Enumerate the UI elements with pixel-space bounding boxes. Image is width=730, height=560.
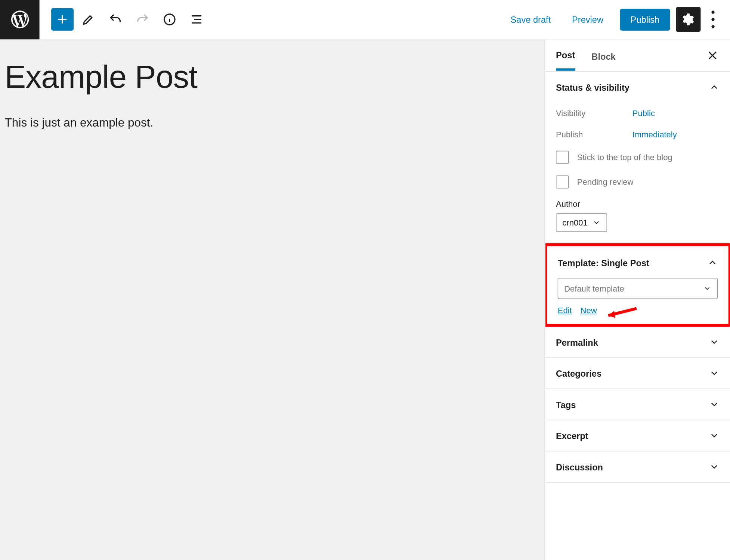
editor-toolbar: Save draft Preview Publish	[0, 0, 730, 40]
stick-label: Stick to the top of the blog	[577, 152, 672, 162]
panel-status-title: Status & visibility	[556, 82, 630, 92]
wordpress-logo[interactable]	[0, 0, 40, 39]
chevron-up-icon	[707, 257, 718, 268]
panel-status-header[interactable]: Status & visibility	[545, 72, 730, 102]
pending-review-label: Pending review	[577, 177, 633, 186]
panel-tags-header[interactable]: Tags	[545, 389, 730, 420]
template-new-link[interactable]: New	[580, 305, 597, 315]
redo-button[interactable]	[130, 7, 155, 32]
svg-point-1	[711, 11, 714, 14]
panel-excerpt-title: Excerpt	[556, 430, 588, 441]
chevron-down-icon	[592, 218, 600, 227]
publish-label: Publish	[556, 130, 632, 139]
panel-status-visibility: Status & visibility Visibility Public Pu…	[545, 72, 730, 243]
panel-permalink: Permalink	[545, 327, 730, 358]
panel-excerpt: Excerpt	[545, 420, 730, 451]
template-edit-link[interactable]: Edit	[557, 305, 572, 315]
tab-post[interactable]: Post	[556, 40, 575, 71]
panel-categories-header[interactable]: Categories	[545, 358, 730, 388]
visibility-label: Visibility	[556, 108, 632, 118]
stick-checkbox[interactable]	[556, 150, 569, 164]
outline-button[interactable]	[184, 7, 209, 32]
panel-excerpt-header[interactable]: Excerpt	[545, 420, 730, 451]
preview-button[interactable]: Preview	[562, 9, 614, 30]
chevron-up-icon	[709, 82, 720, 92]
chevron-down-icon	[709, 430, 720, 441]
save-draft-button[interactable]: Save draft	[500, 9, 561, 30]
publish-value[interactable]: Immediately	[632, 130, 677, 139]
more-options-button[interactable]	[700, 7, 725, 32]
svg-point-2	[711, 18, 714, 21]
panel-categories-title: Categories	[556, 368, 601, 378]
panel-tags-title: Tags	[556, 399, 576, 409]
panel-template-header[interactable]: Template: Single Post	[547, 247, 728, 278]
panel-discussion: Discussion	[545, 451, 730, 483]
settings-button[interactable]	[676, 7, 700, 32]
undo-button[interactable]	[103, 7, 128, 32]
add-block-button[interactable]	[51, 8, 74, 31]
post-body[interactable]: This is just an example post.	[0, 95, 545, 130]
info-button[interactable]	[157, 7, 182, 32]
panel-template-title: Template: Single Post	[557, 258, 649, 268]
pending-review-checkbox[interactable]	[556, 175, 569, 189]
close-sidebar-button[interactable]	[705, 48, 720, 62]
tab-block[interactable]: Block	[591, 41, 615, 69]
panel-template: Template: Single Post Default template E…	[547, 247, 728, 321]
annotation-highlight: Template: Single Post Default template E…	[545, 243, 730, 327]
panel-tags: Tags	[545, 389, 730, 420]
template-select-value: Default template	[564, 284, 624, 293]
chevron-down-icon	[709, 461, 720, 472]
chevron-down-icon	[703, 284, 711, 292]
svg-point-3	[711, 25, 714, 28]
panel-permalink-header[interactable]: Permalink	[545, 327, 730, 357]
chevron-down-icon	[709, 368, 720, 378]
settings-sidebar: Post Block Status & visibility Visibilit…	[545, 40, 730, 560]
visibility-value[interactable]: Public	[632, 108, 655, 118]
editor-canvas[interactable]: Example Post This is just an example pos…	[0, 40, 545, 560]
edit-mode-button[interactable]	[76, 7, 100, 32]
panel-categories: Categories	[545, 358, 730, 389]
chevron-down-icon	[709, 399, 720, 410]
chevron-down-icon	[709, 336, 720, 347]
author-select[interactable]: crn001	[556, 213, 607, 232]
panel-permalink-title: Permalink	[556, 337, 598, 347]
template-select[interactable]: Default template	[557, 278, 718, 299]
author-label: Author	[556, 194, 720, 213]
panel-discussion-header[interactable]: Discussion	[545, 451, 730, 482]
post-title[interactable]: Example Post	[0, 40, 545, 95]
panel-discussion-title: Discussion	[556, 461, 603, 472]
author-value: crn001	[562, 218, 587, 227]
annotation-arrow-icon	[602, 306, 638, 319]
publish-button[interactable]: Publish	[620, 9, 670, 30]
